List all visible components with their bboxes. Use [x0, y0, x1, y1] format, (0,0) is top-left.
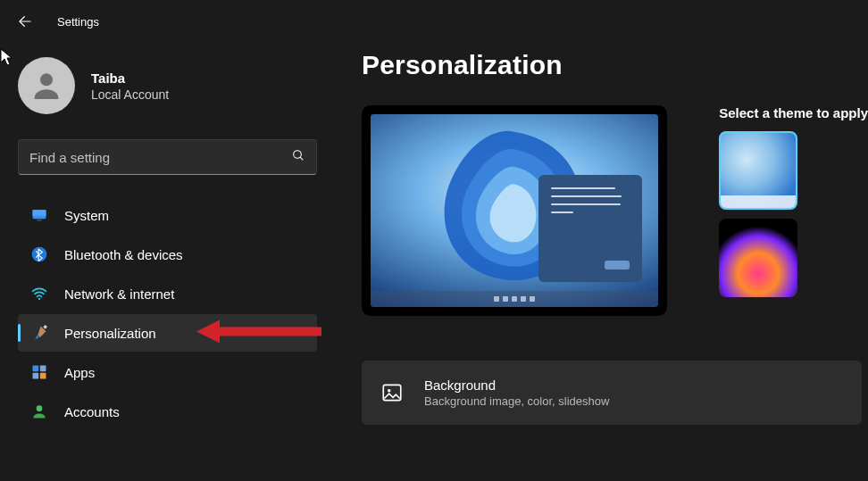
svg-rect-17	[383, 385, 401, 400]
user-name: Taiba	[91, 70, 169, 86]
svg-point-8	[38, 298, 40, 300]
sidebar-item-accounts[interactable]: Accounts	[18, 393, 317, 430]
svg-point-15	[37, 405, 43, 411]
svg-rect-12	[40, 366, 46, 372]
sidebar-item-label: System	[64, 208, 109, 223]
bluetooth-icon	[30, 245, 48, 263]
picture-icon	[380, 380, 405, 405]
svg-rect-11	[33, 366, 39, 372]
user-account-type: Local Account	[91, 87, 169, 102]
paintbrush-icon	[30, 324, 48, 342]
user-block[interactable]: Taiba Local Account	[18, 57, 317, 114]
avatar	[18, 57, 75, 114]
search-box[interactable]	[18, 139, 317, 175]
nav: System Bluetooth & devices Network & int…	[18, 196, 317, 430]
svg-point-18	[388, 389, 390, 392]
background-card[interactable]: Background Background image, color, slid…	[362, 361, 862, 425]
svg-point-2	[294, 151, 302, 159]
page-title: Personalization	[362, 50, 868, 80]
theme-tile-dark[interactable]	[719, 219, 797, 297]
themes-column: Select a theme to apply	[719, 105, 868, 297]
svg-rect-14	[40, 373, 46, 379]
sidebar-item-personalization[interactable]: Personalization	[18, 314, 317, 352]
svg-point-1	[40, 73, 53, 86]
svg-marker-10	[196, 320, 321, 344]
sidebar-item-apps[interactable]: Apps	[18, 353, 317, 391]
wifi-icon	[30, 285, 48, 303]
sidebar-item-bluetooth[interactable]: Bluetooth & devices	[18, 236, 317, 273]
sidebar-item-label: Personalization	[64, 326, 156, 341]
theme-tile-light[interactable]	[719, 131, 797, 210]
accounts-icon	[30, 402, 48, 420]
preview-mini-window	[538, 175, 642, 282]
window-title: Settings	[57, 15, 99, 29]
main-content: Personalization	[335, 43, 868, 481]
svg-rect-6	[38, 220, 42, 221]
svg-rect-9	[43, 325, 47, 329]
sidebar-item-label: Network & internet	[64, 286, 174, 302]
back-button[interactable]	[7, 4, 43, 39]
sidebar: Taiba Local Account System Bluetooth	[0, 43, 335, 481]
monitor-icon	[30, 206, 48, 224]
title-bar: Settings	[0, 0, 868, 43]
back-arrow-icon	[17, 13, 33, 29]
card-title: Background	[424, 377, 609, 393]
themes-heading: Select a theme to apply	[719, 105, 868, 120]
user-icon	[29, 68, 64, 104]
sidebar-item-system[interactable]: System	[18, 196, 317, 234]
sidebar-item-network[interactable]: Network & internet	[18, 275, 317, 312]
search-input[interactable]	[29, 150, 280, 165]
card-subtitle: Background image, color, slideshow	[424, 394, 609, 408]
desktop-preview[interactable]	[362, 105, 667, 316]
annotation-arrow-icon	[196, 319, 321, 348]
sidebar-item-label: Apps	[64, 365, 95, 380]
preview-taskbar	[371, 291, 658, 307]
sidebar-item-label: Bluetooth & devices	[64, 247, 183, 262]
svg-line-3	[300, 157, 303, 160]
sidebar-item-label: Accounts	[64, 404, 120, 419]
search-icon	[291, 148, 305, 166]
svg-rect-5	[33, 210, 46, 216]
apps-icon	[30, 363, 48, 381]
svg-rect-13	[33, 373, 39, 379]
